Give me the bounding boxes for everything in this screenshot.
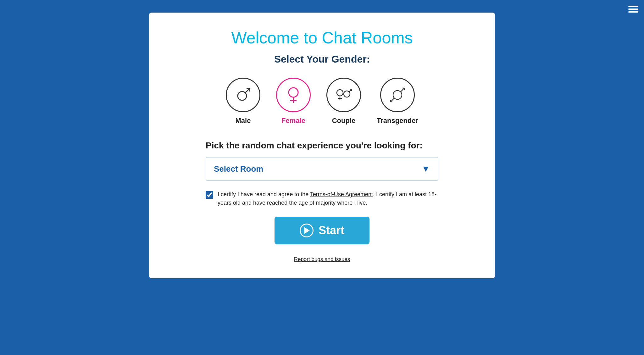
gender-option-transgender[interactable]: Transgender (377, 78, 418, 125)
start-button[interactable]: Start (275, 217, 369, 244)
start-label: Start (319, 224, 344, 237)
menu-icon[interactable] (628, 6, 638, 13)
gender-label-couple: Couple (332, 117, 356, 125)
chevron-down-icon: ▼ (421, 164, 430, 174)
select-room-text: Select Room (214, 164, 264, 174)
gender-label-male: Male (236, 117, 251, 125)
page-wrapper: Welcome to Chat Rooms Select Your Gender… (102, 6, 542, 285)
experience-heading: Pick the random chat experience you're l… (206, 141, 438, 151)
svg-line-18 (391, 98, 394, 102)
gender-option-couple[interactable]: Couple (326, 78, 361, 125)
main-card: Welcome to Chat Rooms Select Your Gender… (149, 13, 495, 278)
svg-line-22 (400, 87, 402, 89)
welcome-title: Welcome to Chat Rooms (231, 28, 413, 47)
gender-options: Male Female (226, 78, 418, 125)
terms-label[interactable]: I certify I have read and agree to the T… (218, 190, 438, 207)
svg-point-7 (337, 90, 343, 96)
gender-option-male[interactable]: Male (226, 78, 260, 125)
svg-point-14 (393, 91, 402, 99)
play-triangle (304, 227, 310, 234)
gender-label-transgender: Transgender (377, 117, 418, 125)
gender-circle-male (226, 78, 260, 112)
select-room-dropdown[interactable]: Select Room ▼ (206, 157, 438, 181)
report-link[interactable]: Report bugs and issues (294, 256, 350, 263)
terms-checkbox[interactable] (206, 191, 213, 199)
play-icon (300, 224, 314, 237)
gender-circle-female (276, 78, 311, 112)
gender-circle-transgender (380, 78, 415, 112)
gender-circle-couple (326, 78, 361, 112)
gender-heading: Select Your Gender: (274, 53, 370, 65)
terms-link[interactable]: Terms-of-Use Agreement (310, 191, 373, 197)
svg-point-4 (289, 88, 298, 97)
terms-row: I certify I have read and agree to the T… (206, 190, 438, 207)
svg-line-15 (401, 88, 404, 92)
gender-label-female: Female (281, 117, 305, 125)
terms-text-part1: I certify I have read and agree to the (218, 191, 310, 197)
gender-option-female[interactable]: Female (276, 78, 311, 125)
svg-line-1 (245, 88, 250, 93)
svg-point-0 (238, 92, 247, 100)
